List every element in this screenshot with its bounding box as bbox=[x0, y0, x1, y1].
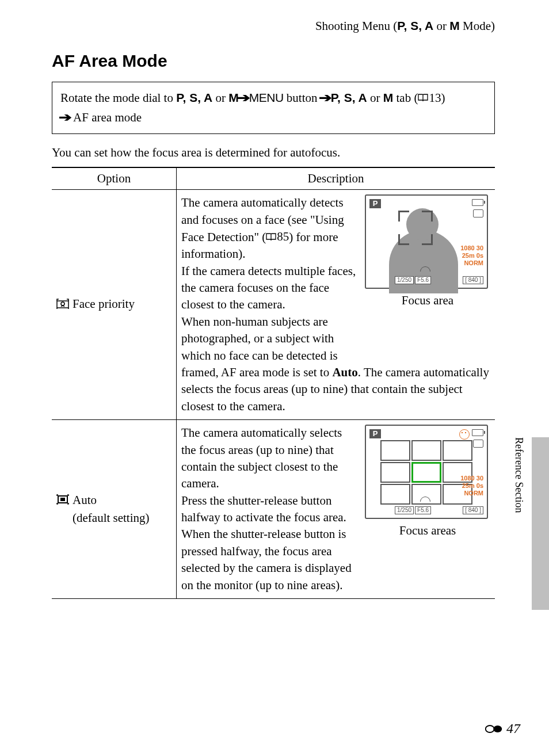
face-priority-desc: The camera automatically detects and foc… bbox=[181, 194, 359, 364]
card-icon bbox=[473, 209, 483, 217]
wifi-icon bbox=[419, 495, 430, 502]
th-description: Description bbox=[177, 167, 495, 190]
page-number: 47 bbox=[485, 719, 520, 739]
row-face-priority: Face priority The camera automatically d… bbox=[52, 190, 495, 420]
svg-rect-3 bbox=[60, 498, 65, 501]
svg-point-1 bbox=[61, 302, 64, 306]
options-table: Option Description Face priority The cam… bbox=[52, 167, 495, 599]
face-priority-desc-cont: framed, AF area mode is set to Auto. The… bbox=[181, 364, 490, 415]
auto-diagram: P 1080 30 25m 0s bbox=[365, 425, 490, 539]
auto-desc: The camera automatically selects the foc… bbox=[181, 425, 359, 594]
wifi-icon bbox=[419, 265, 430, 272]
battery-icon bbox=[472, 199, 483, 206]
focus-brackets bbox=[398, 211, 433, 245]
navigation-path: Rotate the mode dial to P, S, A or M ➔ M… bbox=[52, 82, 495, 133]
svg-point-4 bbox=[486, 726, 494, 732]
face-priority-diagram: P 1080 30 25m 0s NORM 1/250 F5.6 bbox=[365, 194, 490, 309]
side-label: Reference Section bbox=[512, 437, 526, 513]
auto-af-icon bbox=[56, 492, 69, 509]
battery-icon bbox=[472, 429, 483, 436]
reference-link-icon bbox=[485, 720, 506, 736]
card-icon bbox=[473, 440, 483, 448]
page-header: Shooting Menu (P, S, A or M Mode) bbox=[52, 17, 495, 35]
section-title: AF Area Mode bbox=[52, 49, 495, 73]
face-priority-icon bbox=[56, 297, 69, 314]
th-option: Option bbox=[52, 167, 177, 190]
svg-point-5 bbox=[494, 726, 502, 732]
face-detect-icon bbox=[459, 429, 470, 440]
side-tab bbox=[532, 437, 549, 610]
manual-ref-icon: 13) bbox=[418, 89, 445, 108]
row-auto: Auto (default setting) The camera automa… bbox=[52, 420, 495, 599]
lead-text: You can set how the focus area is determ… bbox=[52, 144, 495, 161]
